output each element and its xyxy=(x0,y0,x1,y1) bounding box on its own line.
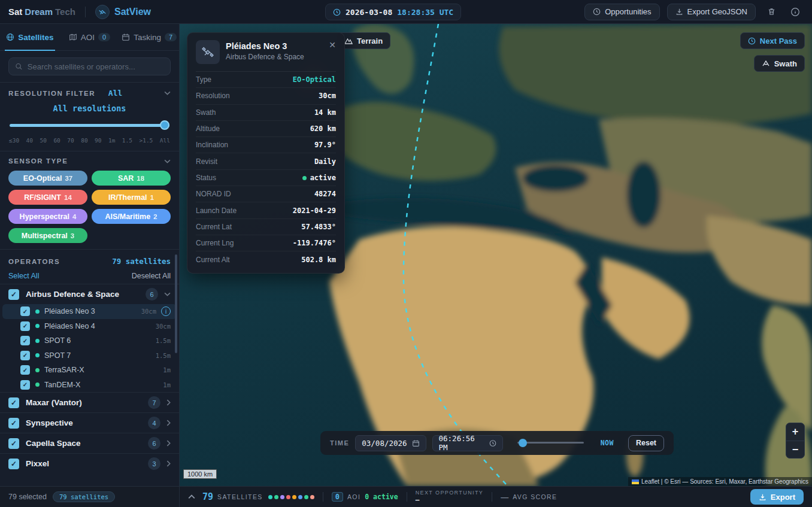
chip-rf-sigint[interactable]: RF/SIGINT14 xyxy=(8,190,87,205)
brand-part-3: Tech xyxy=(55,7,75,17)
select-all-link[interactable]: Select All xyxy=(8,272,39,280)
chevron-right-icon[interactable] xyxy=(166,440,171,447)
checkbox-checked[interactable]: ✓ xyxy=(20,321,30,331)
operator-row[interactable]: ✓ Airbus Defence & Space 6 xyxy=(0,284,179,304)
chip-ais-maritime[interactable]: AIS/Maritime2 xyxy=(92,209,171,224)
sensor-dot xyxy=(35,382,40,387)
chevron-down-icon[interactable] xyxy=(164,292,171,296)
avg-score-label: AVG SCORE xyxy=(513,493,557,500)
search-section xyxy=(0,51,179,83)
chip-hyperspectral[interactable]: Hyperspectral4 xyxy=(8,209,87,224)
date-value: 03/08/2026 xyxy=(362,439,407,448)
satellite-row[interactable]: ✓ SPOT 6 1.5m xyxy=(2,333,177,348)
brand-logo: Sat Dream Tech xyxy=(8,7,75,17)
dash-icon: — xyxy=(501,493,508,502)
chevron-right-icon[interactable] xyxy=(166,399,171,406)
search-input[interactable] xyxy=(28,62,164,71)
checkbox-checked[interactable]: ✓ xyxy=(20,380,30,390)
legend-dot xyxy=(274,495,278,499)
satellite-name: TanDEM-X xyxy=(44,381,80,389)
operator-row[interactable]: ✓ Capella Space 6 xyxy=(0,433,179,453)
checkbox-checked[interactable]: ✓ xyxy=(8,289,19,300)
flag-icon xyxy=(632,479,639,484)
satellite-row[interactable]: ✓ Pléiades Neo 4 30cm xyxy=(2,319,177,334)
checkbox-checked[interactable]: ✓ xyxy=(8,418,19,429)
opportunities-button[interactable]: Opportunities xyxy=(584,4,659,20)
time-slider-thumb[interactable] xyxy=(519,439,527,447)
clock-icon xyxy=(333,8,341,16)
checkbox-checked[interactable]: ✓ xyxy=(20,365,30,375)
export-button[interactable]: Export xyxy=(750,489,804,505)
operator-row[interactable]: ✓ Maxar (Vantor) 7 xyxy=(0,393,179,412)
satellites-caption: SATELLITES xyxy=(217,493,263,500)
satellite-name: SPOT 6 xyxy=(44,336,71,345)
tick: 1.5 xyxy=(122,137,132,144)
checkbox-checked[interactable]: ✓ xyxy=(20,306,30,316)
checkbox-checked[interactable]: ✓ xyxy=(20,336,30,345)
popup-row-revisit: Revisit Daily xyxy=(196,153,336,169)
chip-count: 18 xyxy=(137,175,144,182)
zoom-out-button[interactable]: − xyxy=(786,441,804,458)
chevron-down-icon[interactable] xyxy=(164,159,171,163)
clock-icon[interactable] xyxy=(489,439,496,447)
calendar-icon[interactable] xyxy=(412,439,420,447)
tab-satellites[interactable]: Satellites xyxy=(0,24,60,50)
info-button[interactable] xyxy=(787,4,804,20)
trash-button[interactable] xyxy=(763,4,780,20)
swath-button[interactable]: Swath xyxy=(754,55,805,72)
time-input[interactable]: 06:26:56 PM xyxy=(432,435,503,451)
export-geojson-button[interactable]: Export GeoJSON xyxy=(667,4,756,20)
chip-label: Multispectral xyxy=(22,232,68,240)
divider xyxy=(323,492,323,502)
satellite-row[interactable]: ✓ TanDEM-X 1m xyxy=(2,378,177,393)
sensor-dot xyxy=(35,309,40,314)
chevron-up-icon[interactable] xyxy=(188,494,195,499)
chip-count: 1 xyxy=(150,194,154,201)
row-label: Current Lng xyxy=(196,239,234,247)
operator-row[interactable]: ✓ Pixxel 3 xyxy=(0,454,179,473)
zoom-in-button[interactable]: + xyxy=(786,423,804,441)
chip-ir-thermal[interactable]: IR/Thermal1 xyxy=(92,190,171,205)
checkbox-checked[interactable]: ✓ xyxy=(8,459,19,469)
close-icon[interactable]: ✕ xyxy=(329,40,336,64)
time-value: 06:26:56 PM xyxy=(439,434,484,452)
deselect-all-link[interactable]: Deselect All xyxy=(132,272,171,280)
row-value: 30cm xyxy=(319,92,336,100)
resolution-slider-thumb[interactable] xyxy=(160,120,169,130)
aoi-count: 0 xyxy=(332,492,343,502)
chevron-down-icon[interactable] xyxy=(164,91,171,95)
checkbox-checked[interactable]: ✓ xyxy=(20,351,30,360)
chevron-right-icon[interactable] xyxy=(166,460,171,467)
tab-satellites-label: Satellites xyxy=(18,33,53,42)
reset-button[interactable]: Reset xyxy=(628,435,664,451)
sidebar-scrollbar[interactable] xyxy=(175,254,177,353)
next-pass-button[interactable]: Next Pass xyxy=(740,32,805,49)
checkbox-checked[interactable]: ✓ xyxy=(8,397,19,408)
swath-icon xyxy=(762,60,770,67)
row-value: EO-Optical xyxy=(293,75,336,84)
map-canvas[interactable]: Terrain Next Pass Swath Pléiades Neo 3 A… xyxy=(180,24,812,486)
satellite-row[interactable]: ✓ TerraSAR-X 1m xyxy=(2,363,177,378)
operator-name: Maxar (Vantor) xyxy=(26,398,82,407)
chip-eo-optical[interactable]: EO-Optical37 xyxy=(8,171,87,186)
operator-group-capella: ✓ Capella Space 6 xyxy=(0,433,179,453)
satellite-row-selected[interactable]: ✓ Pléiades Neo 3 30cm i xyxy=(2,304,177,319)
date-input[interactable]: 03/08/2026 xyxy=(355,435,426,451)
info-icon[interactable]: i xyxy=(161,306,171,316)
chevron-right-icon[interactable] xyxy=(166,420,171,426)
chip-sar[interactable]: SAR18 xyxy=(92,171,171,186)
chip-multispectral[interactable]: Multispectral3 xyxy=(8,228,87,243)
resolution-slider[interactable] xyxy=(10,120,169,130)
row-value: active xyxy=(302,174,336,182)
satellites-summary: 79 SATELLITES xyxy=(202,491,314,502)
clock-date: 2026-03-08 xyxy=(346,8,392,17)
row-value: 97.9° xyxy=(314,141,336,149)
time-slider[interactable] xyxy=(517,439,584,447)
checkbox-checked[interactable]: ✓ xyxy=(8,438,19,449)
satellite-row[interactable]: ✓ SPOT 7 1.5m xyxy=(2,348,177,363)
operators-header: OPERATORS 79 satellites xyxy=(0,250,179,267)
tab-aoi-badge: 0 xyxy=(98,33,110,41)
tab-tasking[interactable]: Tasking 7 xyxy=(119,24,179,50)
tab-aoi[interactable]: AOI 0 xyxy=(60,24,120,50)
operator-row[interactable]: ✓ Synspective 4 xyxy=(0,413,179,433)
